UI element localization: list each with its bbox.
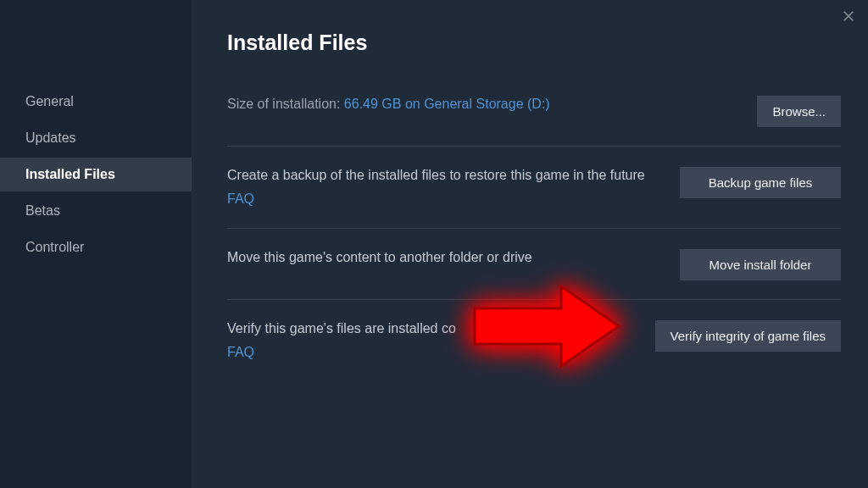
sidebar-item-label: Betas — [25, 203, 60, 218]
close-icon[interactable] — [841, 8, 856, 27]
installation-size-link[interactable]: 66.49 GB on General Storage (D:) — [344, 97, 550, 111]
sidebar-item-label: Controller — [25, 240, 84, 254]
sidebar-item-updates[interactable]: Updates — [0, 121, 192, 155]
verify-button[interactable]: Verify integrity of game files — [655, 320, 841, 352]
sidebar-item-general[interactable]: General — [0, 85, 192, 119]
page-title: Installed Files — [227, 30, 841, 55]
section-verify: Verify this game's files are installed c… — [227, 299, 841, 381]
section-backup: Create a backup of the installed files t… — [227, 146, 841, 228]
section-move-text: Move this game's content to another fold… — [227, 247, 680, 268]
size-label: Size of installation: — [227, 97, 344, 111]
section-size-text: Size of installation: 66.49 GB on Genera… — [227, 94, 757, 114]
backup-description: Create a backup of the installed files t… — [227, 168, 645, 182]
section-size: Size of installation: 66.49 GB on Genera… — [227, 94, 841, 146]
backup-button[interactable]: Backup game files — [680, 167, 841, 198]
section-backup-text: Create a backup of the installed files t… — [227, 165, 680, 209]
sidebar: General Updates Installed Files Betas Co… — [0, 0, 192, 488]
verify-description: Verify this game's files are installed c… — [227, 321, 456, 336]
sidebar-item-label: Updates — [25, 130, 76, 145]
sidebar-item-installed-files[interactable]: Installed Files — [0, 158, 192, 191]
backup-faq-link[interactable]: FAQ — [227, 189, 663, 209]
verify-faq-link[interactable]: FAQ — [227, 342, 638, 363]
move-button[interactable]: Move install folder — [680, 249, 841, 280]
browse-button[interactable]: Browse... — [757, 96, 841, 127]
move-description: Move this game's content to another fold… — [227, 250, 532, 264]
section-move: Move this game's content to another fold… — [227, 228, 841, 299]
sidebar-item-controller[interactable]: Controller — [0, 230, 192, 264]
sidebar-item-label: Installed Files — [25, 167, 115, 181]
sidebar-item-betas[interactable]: Betas — [0, 194, 192, 228]
sidebar-item-label: General — [25, 94, 74, 108]
section-verify-text: Verify this game's files are installed c… — [227, 319, 655, 363]
main-content: Installed Files Size of installation: 66… — [192, 0, 868, 488]
